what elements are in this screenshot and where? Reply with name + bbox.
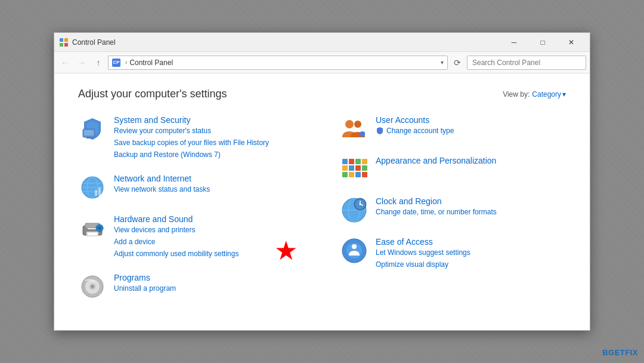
svg-point-49 <box>352 244 357 249</box>
breadcrumb-current: Control Panel <box>129 59 173 67</box>
category-user-accounts: User Accounts Change account type <box>340 115 566 143</box>
back-button[interactable]: ← <box>58 56 72 70</box>
view-by: View by: Category ▾ <box>503 90 566 99</box>
programs-content: Programs Uninstall a program <box>114 272 304 295</box>
page-header: Adjust your computer's settings View by:… <box>78 88 566 100</box>
appearance-content: Appearance and Personalization <box>376 155 566 166</box>
svg-rect-37 <box>355 172 361 177</box>
system-security-link-2[interactable]: Save backup copies of your files with Fi… <box>114 137 304 148</box>
clock-content: Clock and Region Change date, time, or n… <box>376 196 566 219</box>
user-accounts-content: User Accounts Change account type <box>376 115 566 137</box>
ease-access-title[interactable]: Ease of Access <box>376 237 433 247</box>
view-by-value[interactable]: Category ▾ <box>532 90 566 99</box>
system-security-content: System and Security Review your computer… <box>114 115 304 161</box>
ease-access-link-2[interactable]: Optimize visual display <box>376 259 566 270</box>
page-title: Adjust your computer's settings <box>78 88 227 100</box>
clock-icon <box>340 196 369 224</box>
svg-rect-31 <box>342 165 348 171</box>
clock-link-1[interactable]: Change date, time, or number formats <box>376 207 566 217</box>
hardware-link-1[interactable]: View devices and printers <box>114 224 304 235</box>
category-network: Network and Internet View network status… <box>78 173 304 202</box>
hardware-link-3[interactable]: Adjust commonly used mobility settings <box>114 248 304 259</box>
category-appearance: Appearance and Personalization <box>340 155 566 184</box>
svg-rect-0 <box>60 38 63 42</box>
title-bar: Control Panel ─ □ ✕ <box>54 33 590 52</box>
appearance-title[interactable]: Appearance and Personalization <box>376 156 496 165</box>
programs-link-1[interactable]: Uninstall a program <box>114 283 304 294</box>
svg-rect-35 <box>342 172 348 177</box>
close-button[interactable]: ✕ <box>558 35 585 50</box>
right-column: User Accounts Change account type <box>340 115 566 313</box>
svg-rect-27 <box>342 159 348 164</box>
svg-rect-28 <box>349 159 354 164</box>
breadcrumb-chevron: › <box>125 59 127 66</box>
shield-small-icon <box>376 127 384 135</box>
svg-rect-33 <box>355 165 361 171</box>
network-title[interactable]: Network and Internet <box>114 174 191 183</box>
window-controls: ─ □ ✕ <box>500 35 585 50</box>
programs-title[interactable]: Programs <box>114 273 150 282</box>
system-security-link-1[interactable]: Review your computer's status <box>114 125 304 136</box>
svg-rect-12 <box>95 190 97 196</box>
category-programs: Programs Uninstall a program <box>78 272 304 301</box>
ease-access-icon <box>340 236 369 265</box>
control-panel-window: Control Panel ─ □ ✕ ← → ↑ CP › Control P… <box>54 32 590 331</box>
view-by-label: View by: <box>503 90 530 99</box>
network-content: Network and Internet View network status… <box>114 173 304 196</box>
programs-icon <box>78 272 107 301</box>
svg-rect-36 <box>349 172 354 177</box>
appearance-icon <box>340 155 369 184</box>
svg-rect-38 <box>362 172 367 177</box>
ease-access-content: Ease of Access Let Windows suggest setti… <box>376 236 566 271</box>
categories-grid: System and Security Review your computer… <box>78 115 566 313</box>
network-link-1[interactable]: View network status and tasks <box>114 184 304 195</box>
ease-access-link-1[interactable]: Let Windows suggest settings <box>376 247 566 258</box>
category-ease-access: Ease of Access Let Windows suggest setti… <box>340 236 566 271</box>
svg-rect-1 <box>64 38 68 42</box>
system-security-icon <box>78 115 107 143</box>
maximize-button[interactable]: □ <box>529 35 556 50</box>
watermark: BGETFIX <box>602 348 638 357</box>
clock-title[interactable]: Clock and Region <box>376 196 442 206</box>
svg-point-26 <box>354 121 361 128</box>
svg-rect-2 <box>60 43 63 47</box>
user-accounts-link-1[interactable]: Change account type <box>386 125 454 136</box>
system-security-title[interactable]: System and Security <box>114 115 190 125</box>
svg-point-46 <box>360 204 361 205</box>
svg-rect-13 <box>98 187 101 196</box>
forward-button[interactable]: → <box>75 56 89 70</box>
svg-rect-3 <box>64 43 68 47</box>
address-path[interactable]: CP › Control Panel ▾ <box>108 56 448 70</box>
svg-point-25 <box>345 120 354 128</box>
svg-rect-17 <box>88 233 97 235</box>
path-icon: CP <box>112 59 120 67</box>
svg-point-20 <box>98 226 101 230</box>
svg-rect-32 <box>349 165 354 171</box>
svg-rect-5 <box>84 130 94 136</box>
hardware-title[interactable]: Hardware and Sound <box>114 214 193 224</box>
user-accounts-icon <box>340 115 369 143</box>
svg-rect-6 <box>86 137 91 139</box>
main-content: Adjust your computer's settings View by:… <box>54 73 590 330</box>
search-input[interactable] <box>467 56 586 70</box>
network-icon <box>78 173 107 202</box>
address-bar: ← → ↑ CP › Control Panel ▾ ⟳ <box>54 52 590 73</box>
category-system-security: System and Security Review your computer… <box>78 115 304 161</box>
minimize-button[interactable]: ─ <box>500 35 528 50</box>
left-column: System and Security Review your computer… <box>78 115 304 313</box>
up-button[interactable]: ↑ <box>91 56 106 70</box>
system-security-link-3[interactable]: Backup and Restore (Windows 7) <box>114 149 304 160</box>
hardware-link-2[interactable]: Add a device <box>114 236 304 247</box>
svg-rect-30 <box>362 159 367 164</box>
refresh-button[interactable]: ⟳ <box>450 56 465 70</box>
window-icon <box>59 38 69 47</box>
hardware-icon <box>78 214 107 242</box>
svg-rect-29 <box>355 159 361 164</box>
user-accounts-title[interactable]: User Accounts <box>376 115 429 125</box>
address-dropdown-icon[interactable]: ▾ <box>441 59 444 66</box>
svg-rect-34 <box>362 165 367 171</box>
category-clock: Clock and Region Change date, time, or n… <box>340 196 566 224</box>
svg-point-24 <box>91 285 94 288</box>
window-title: Control Panel <box>72 38 500 47</box>
hardware-content: Hardware and Sound View devices and prin… <box>114 214 304 260</box>
